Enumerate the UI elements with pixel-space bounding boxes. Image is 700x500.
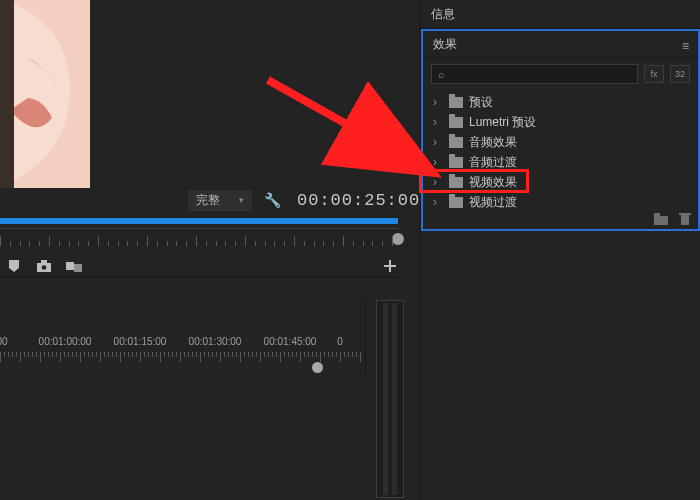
- info-panel-tab[interactable]: 信息: [421, 0, 700, 29]
- 32bit-effects-toggle[interactable]: 32: [670, 65, 690, 83]
- effects-tree-item[interactable]: ›预设: [423, 92, 698, 112]
- playback-quality-value: 完整: [196, 192, 220, 209]
- svg-rect-10: [654, 213, 660, 216]
- audio-meter-right: [392, 303, 397, 495]
- svg-rect-12: [679, 213, 691, 215]
- timeline-label: 0: [337, 336, 343, 347]
- folder-icon: [449, 197, 463, 208]
- effects-panel-title: 效果: [433, 36, 457, 53]
- chevron-down-icon: ▾: [239, 195, 244, 205]
- program-monitor-preview: [0, 0, 90, 188]
- info-panel-title: 信息: [431, 6, 455, 23]
- folder-icon: [449, 97, 463, 108]
- audio-meter-left: [383, 303, 388, 495]
- trash-icon[interactable]: [678, 213, 692, 225]
- audio-meter: [376, 300, 404, 498]
- folder-icon: [449, 157, 463, 168]
- effects-tree-item-label: 预设: [469, 94, 493, 111]
- effects-tree-item[interactable]: ›视频过渡: [423, 192, 698, 212]
- disclosure-triangle-icon[interactable]: ›: [433, 195, 443, 209]
- effects-panel-tab[interactable]: 效果 ≡: [423, 29, 698, 58]
- effects-tree-item-label: 视频过渡: [469, 194, 517, 211]
- mini-timeline[interactable]: 0000:01:00:0000:01:15:0000:01:30:0000:01…: [0, 300, 366, 376]
- effects-tree-item-label: Lumetri 预设: [469, 114, 536, 131]
- monitor-button-bar: [0, 254, 398, 278]
- timeline-label: 00:01:30:00: [189, 336, 242, 347]
- disclosure-triangle-icon[interactable]: ›: [433, 175, 443, 189]
- disclosure-triangle-icon[interactable]: ›: [433, 115, 443, 129]
- svg-rect-6: [74, 264, 82, 272]
- svg-rect-1: [0, 0, 14, 188]
- search-icon: ⌕: [438, 68, 445, 80]
- svg-rect-8: [384, 265, 396, 267]
- accelerated-effects-toggle[interactable]: fx: [644, 65, 664, 83]
- effects-search-field[interactable]: [451, 68, 631, 80]
- timeline-label: 00:01:15:00: [114, 336, 167, 347]
- effects-tree-item[interactable]: ›视频效果: [423, 172, 698, 192]
- preview-scrub-ruler[interactable]: [0, 228, 398, 246]
- effects-tree-item-label: 音频效果: [469, 134, 517, 151]
- timeline-ruler[interactable]: [0, 352, 365, 368]
- timeline-label: 00: [0, 336, 8, 347]
- plus-icon[interactable]: [382, 259, 398, 273]
- effects-search-input[interactable]: ⌕: [431, 64, 638, 84]
- playback-quality-dropdown[interactable]: 完整 ▾: [188, 190, 252, 211]
- svg-rect-3: [41, 260, 47, 264]
- export-frame-icon[interactable]: [66, 259, 82, 273]
- effects-tree-item[interactable]: ›Lumetri 预设: [423, 112, 698, 132]
- effects-tree-item[interactable]: ›音频过渡: [423, 152, 698, 172]
- folder-icon: [449, 137, 463, 148]
- marker-icon[interactable]: [6, 259, 22, 273]
- svg-rect-9: [654, 216, 668, 225]
- settings-wrench-icon[interactable]: 🔧: [264, 192, 281, 208]
- effects-tree-item-label: 音频过渡: [469, 154, 517, 171]
- timeline-label: 00:01:00:00: [39, 336, 92, 347]
- zoom-handle[interactable]: [312, 362, 323, 373]
- svg-point-4: [42, 265, 47, 270]
- folder-icon: [449, 177, 463, 188]
- disclosure-triangle-icon[interactable]: ›: [433, 135, 443, 149]
- effects-tree-item-label: 视频效果: [469, 174, 517, 191]
- panel-menu-icon[interactable]: ≡: [682, 39, 690, 53]
- disclosure-triangle-icon[interactable]: ›: [433, 155, 443, 169]
- new-bin-icon[interactable]: [654, 213, 668, 225]
- sequence-duration-timecode: 00:00:25:00: [297, 191, 420, 210]
- effects-panel-footer: [654, 213, 692, 225]
- camera-icon[interactable]: [36, 259, 52, 273]
- zoom-handle-right[interactable]: [392, 233, 404, 245]
- timeline-time-labels: 0000:01:00:0000:01:15:0000:01:30:0000:01…: [0, 336, 365, 350]
- effects-tree-item[interactable]: ›音频效果: [423, 132, 698, 152]
- svg-rect-11: [681, 215, 689, 225]
- effects-tree: ›预设›Lumetri 预设›音频效果›音频过渡›视频效果›视频过渡: [423, 90, 698, 220]
- playhead-track[interactable]: [0, 218, 398, 224]
- svg-rect-5: [66, 262, 74, 270]
- disclosure-triangle-icon[interactable]: ›: [433, 95, 443, 109]
- folder-icon: [449, 117, 463, 128]
- timeline-label: 00:01:45:00: [264, 336, 317, 347]
